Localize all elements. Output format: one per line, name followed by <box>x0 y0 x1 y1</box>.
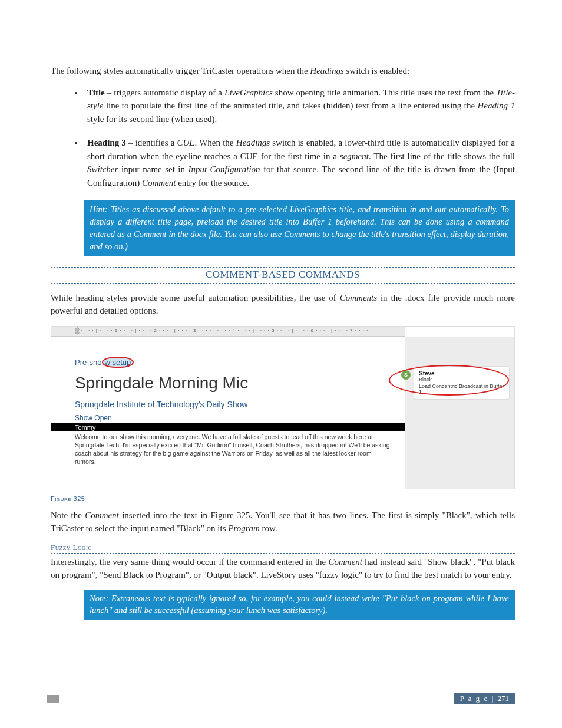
fuzzy-paragraph: Interestingly, the very same thing would… <box>51 556 515 582</box>
footer-label: P a g e <box>460 694 489 703</box>
intro-paragraph: The following styles automatically trigg… <box>51 65 515 78</box>
preshow-prefix: Pre-sho <box>75 358 102 367</box>
red-circle-annotation <box>389 365 509 396</box>
show-open-label: Show Open <box>75 414 393 422</box>
style-bullet-list: Title – triggers automatic display of a … <box>51 86 515 190</box>
script-subtitle: Springdale Institute of Technology's Dai… <box>75 400 393 409</box>
script-body: Welcome to our show this morning, everyo… <box>75 433 393 466</box>
footer-page-number: P a g e | 271 <box>454 693 515 704</box>
section-heading-band: COMMENT-BASED COMMANDS <box>51 267 515 284</box>
note-paragraph: Note the Comment inserted into the text … <box>51 509 515 535</box>
svg-marker-0 <box>75 327 80 332</box>
figure-caption: Figure 325 <box>51 495 515 502</box>
ruler-ticks: · · · · | · · · · 1 · · · · | · · · · 2 … <box>81 328 368 333</box>
fuzzy-logic-heading: Fuzzy Logic <box>51 543 515 554</box>
document-page: The following styles automatically trigg… <box>0 0 562 728</box>
footer-accent <box>47 695 59 703</box>
hint-box: Hint: Titles as discussed above default … <box>84 200 515 256</box>
bullet-title: Title – triggers automatic display of a … <box>84 86 515 126</box>
preshow-line: Pre-show setup <box>75 358 393 367</box>
tab-leader <box>136 363 378 363</box>
footer-num: 271 <box>498 694 510 703</box>
document-area: Pre-show setup Springdale Morning Mic Sp… <box>51 337 405 489</box>
section-heading: COMMENT-BASED COMMANDS <box>206 269 360 280</box>
commented-text: w setup <box>102 357 134 368</box>
comment-pane: S Steve Black Load Concentric Broadcast … <box>405 337 514 489</box>
speaker-name-bar: Tommy <box>51 423 405 431</box>
figure-325: · · · · | · · · · 1 · · · · | · · · · 2 … <box>51 326 515 489</box>
footer-sep: | <box>488 694 497 703</box>
script-title: Springdale Morning Mic <box>75 374 393 393</box>
svg-rect-1 <box>75 332 79 334</box>
page-footer: P a g e | 271 <box>47 693 515 704</box>
indent-marker-icon <box>75 327 80 334</box>
note-box: Note: Extraneous text is typically ignor… <box>84 590 515 620</box>
word-ruler: · · · · | · · · · 1 · · · · | · · · · 2 … <box>51 327 405 337</box>
bullet-heading3: Heading 3 – identifies a CUE. When the H… <box>84 136 515 189</box>
section-intro-paragraph: While heading styles provide some useful… <box>51 292 515 318</box>
